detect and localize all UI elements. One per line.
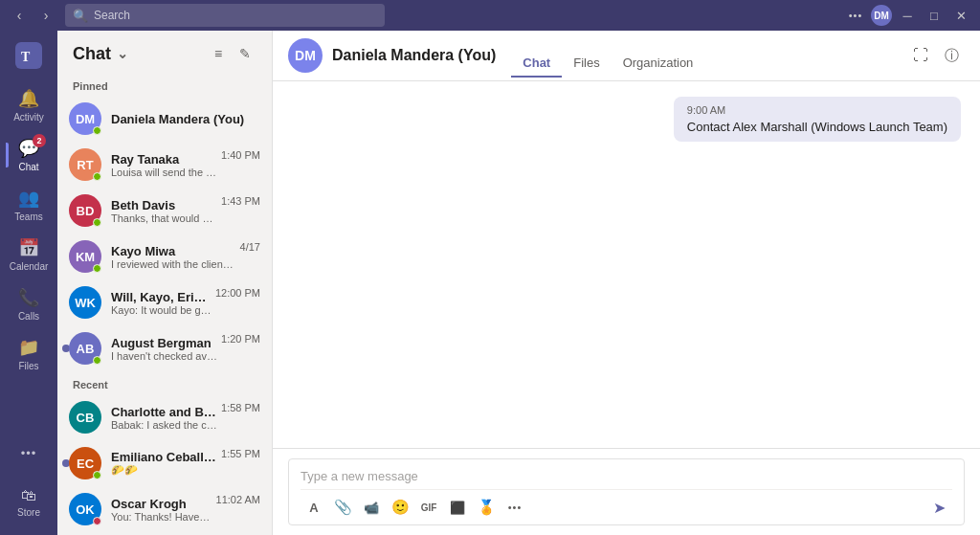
chat-time-charlotte: 1:58 PM (221, 400, 260, 413)
tab-organization[interactable]: Organization (612, 50, 705, 78)
sidebar-item-more[interactable]: ••• (6, 428, 52, 478)
search-input[interactable] (94, 9, 377, 22)
tab-chat[interactable]: Chat (511, 50, 562, 78)
praise-button[interactable]: 🏅 (473, 494, 500, 521)
nav-back-button[interactable]: ‹ (8, 4, 31, 27)
chevron-down-icon[interactable]: ⌄ (117, 46, 128, 61)
tab-files[interactable]: Files (562, 50, 611, 78)
format-button[interactable]: A (301, 494, 327, 521)
titlebar: ‹ › 🔍 ••• DM ─ □ ✕ (0, 0, 980, 31)
avatar-emiliano: EC (69, 447, 101, 479)
titlebar-search-container: 🔍 (65, 4, 385, 27)
message-container-1: 9:00 AM Contact Alex Marshall (Windows L… (292, 97, 961, 142)
activity-label: Activity (13, 112, 44, 123)
chat-section-title: Chat (73, 44, 111, 64)
avatar-beth: BD (69, 194, 101, 227)
chat-name-august: August Bergman (111, 336, 217, 350)
store-icon: 🛍 (21, 487, 36, 504)
chat-preview-august: I haven't checked available times yet (111, 350, 217, 362)
chat-item-kayo[interactable]: KM Kayo Miwa I reviewed with the client … (57, 234, 272, 279)
chat-item-emiliano[interactable]: EC Emiliano Ceballos 🌮🌮 1:55 PM (57, 440, 272, 486)
chat-info-charlotte: Charlotte and Babak Babak: I asked the c… (111, 405, 217, 431)
chat-name-kayo: Kayo Miwa (111, 244, 236, 258)
calls-label: Calls (18, 311, 39, 322)
chat-item-august[interactable]: AB August Bergman I haven't checked avai… (57, 325, 272, 371)
avatar-ray: RT (69, 148, 101, 181)
avatar-kayo: KM (69, 240, 101, 273)
sidebar-item-files[interactable]: 📁 Files (6, 329, 52, 379)
sticker-button[interactable]: ⬛ (444, 494, 471, 521)
meet-now-button[interactable]: 📹 (358, 494, 385, 521)
chat-name-oscar: Oscar Krogh (111, 497, 212, 511)
chat-preview-charlotte: Babak: I asked the client to send her fe… (111, 419, 217, 431)
user-avatar[interactable]: DM (871, 5, 892, 26)
chat-item-daniela[interactable]: DM Daniela Mandera (You) (57, 96, 272, 142)
pinned-section-label: Pinned (57, 73, 272, 96)
chat-preview-oscar: You: Thanks! Have a nice weekend (111, 511, 212, 523)
maximize-button[interactable]: □ (923, 4, 946, 27)
sidebar-header: Chat ⌄ ≡ ✎ (57, 31, 272, 73)
more-toolbar-button[interactable]: ••• (501, 494, 528, 521)
chat-header-avatar: DM (288, 38, 323, 73)
screen-share-button[interactable]: ⛶ (907, 42, 934, 69)
sidebar-item-calendar[interactable]: 📅 Calendar (6, 230, 52, 279)
filter-button[interactable]: ≡ (207, 42, 230, 65)
chat-header: DM Daniela Mandera (You) Chat Files Orga… (273, 31, 980, 81)
chat-info-beth: Beth Davis Thanks, that would be nice. (111, 198, 217, 224)
teams-icon: 👥 (18, 188, 39, 209)
chat-item-will[interactable]: WK Will, Kayo, Eric, +2 Kayo: It would b… (57, 279, 272, 325)
minimize-button[interactable]: ─ (896, 4, 919, 27)
sidebar-item-store[interactable]: 🛍 Store (6, 478, 52, 527)
chat-label: Chat (18, 162, 38, 172)
messages-area: 9:00 AM Contact Alex Marshall (Windows L… (273, 81, 980, 448)
info-button[interactable]: ⓘ (938, 42, 965, 69)
status-dot-beth (93, 218, 101, 227)
chat-preview-beth: Thanks, that would be nice. (111, 212, 217, 224)
nav-forward-button[interactable]: › (34, 4, 57, 27)
chat-time-ray: 1:40 PM (221, 147, 260, 161)
chat-info-ray: Ray Tanaka Louisa will send the initial … (111, 152, 217, 178)
chat-name-beth: Beth Davis (111, 198, 217, 212)
chat-item-oscar[interactable]: OK Oscar Krogh You: Thanks! Have a nice … (57, 486, 272, 532)
chat-header-actions: ⛶ ⓘ (907, 42, 965, 69)
more-icon: ••• (21, 446, 37, 460)
sidebar-item-calls[interactable]: 📞 Calls (6, 279, 52, 329)
new-chat-button[interactable]: ✎ (234, 42, 256, 65)
chat-header-name: Daniela Mandera (You) (332, 47, 496, 64)
chat-item-ray[interactable]: RT Ray Tanaka Louisa will send the initi… (57, 142, 272, 188)
message-bubble-1: 9:00 AM Contact Alex Marshall (Windows L… (674, 97, 961, 142)
titlebar-left: ‹ › 🔍 (8, 4, 385, 27)
sidebar-item-chat[interactable]: 2 💬 Chat (6, 130, 52, 180)
chat-name-charlotte: Charlotte and Babak (111, 405, 217, 419)
chat-main: DM Daniela Mandera (You) Chat Files Orga… (273, 31, 980, 535)
activity-icon: 🔔 (18, 88, 39, 109)
search-icon: 🔍 (73, 9, 88, 23)
sidebar-item-activity[interactable]: 🔔 Activity (6, 80, 52, 130)
status-dot-kayo (93, 264, 101, 273)
status-dot-ray (93, 172, 101, 181)
titlebar-right: ••• DM ─ □ ✕ (844, 4, 972, 27)
chat-info-emiliano: Emiliano Ceballos 🌮🌮 (111, 450, 217, 477)
chat-name-daniela: Daniela Mandera (You) (111, 112, 260, 126)
sidebar-item-teams[interactable]: 👥 Teams (6, 180, 52, 230)
close-button[interactable]: ✕ (949, 4, 972, 27)
chat-info-daniela: Daniela Mandera (You) (111, 112, 260, 126)
status-dot-emiliano (93, 471, 101, 479)
sidebar-title-actions: ≡ ✎ (207, 42, 256, 65)
chat-header-tabs: Chat Files Organization (511, 42, 704, 70)
send-button[interactable]: ➤ (925, 494, 952, 521)
avatar-will: WK (69, 286, 101, 319)
chat-time-august: 1:20 PM (221, 331, 260, 345)
compose-placeholder[interactable]: Type a new message (301, 467, 952, 489)
chat-time-emiliano: 1:55 PM (221, 446, 260, 459)
sidebar-title: Chat ⌄ (73, 44, 128, 64)
message-time-1: 9:00 AM (687, 104, 947, 116)
chat-item-beth[interactable]: BD Beth Davis Thanks, that would be nice… (57, 188, 272, 234)
emoji-button[interactable]: 🙂 (387, 494, 413, 521)
gif-button[interactable]: GIF (415, 494, 442, 521)
attach-button[interactable]: 📎 (329, 494, 356, 521)
chat-item-charlotte[interactable]: CB Charlotte and Babak Babak: I asked th… (57, 394, 272, 440)
chat-time-beth: 1:43 PM (221, 193, 260, 207)
more-options-button[interactable]: ••• (844, 4, 867, 27)
chat-name-ray: Ray Tanaka (111, 152, 217, 167)
